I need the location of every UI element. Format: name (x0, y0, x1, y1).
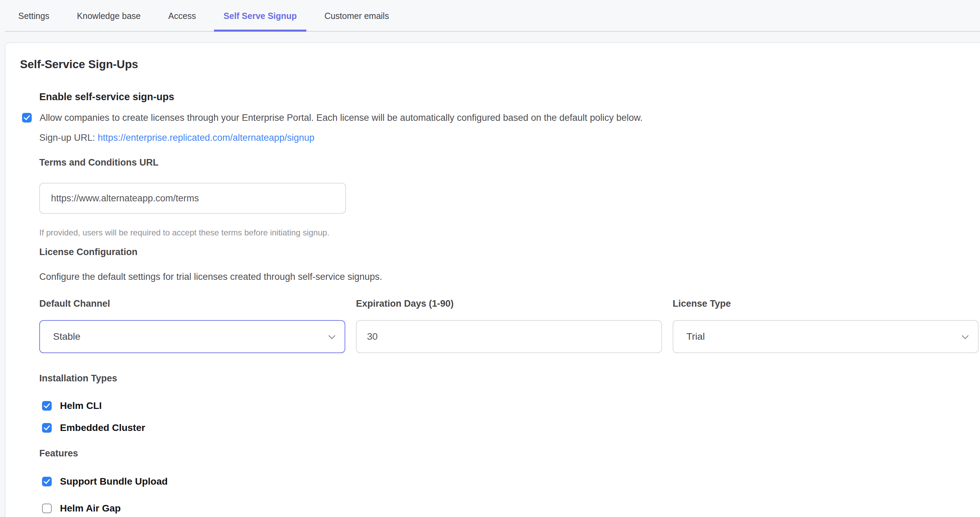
enable-signups-description: Allow companies to create licenses throu… (40, 112, 643, 124)
features-label: Features (39, 447, 978, 459)
terms-url-label: Terms and Conditions URL (39, 157, 978, 168)
chevron-down-icon (962, 332, 969, 339)
feature-row: Helm Air Gap (42, 503, 978, 514)
enable-signups-checkbox[interactable] (22, 113, 32, 122)
signup-url-label: Sign-up URL: (39, 133, 98, 143)
tab-self-serve-signup[interactable]: Self Serve Signup (210, 0, 311, 32)
installation-type-row: Embedded Cluster (42, 422, 978, 434)
terms-url-input[interactable] (39, 183, 346, 214)
chevron-down-icon (328, 332, 335, 339)
helm-cli-label: Helm CLI (60, 400, 102, 411)
license-fields-grid: Default Channel Expiration Days (1-90) L… (39, 298, 978, 353)
default-channel-value: Stable (53, 331, 80, 342)
enable-signups-heading: Enable self-service sign-ups (39, 90, 978, 103)
embedded-cluster-checkbox[interactable] (42, 423, 52, 433)
license-configuration-description: Configure the default settings for trial… (39, 271, 978, 282)
license-type-label: License Type (673, 298, 978, 309)
installation-types-label: Installation Types (39, 373, 978, 384)
support-bundle-upload-checkbox[interactable] (42, 477, 52, 486)
tab-knowledge-base[interactable]: Knowledge base (63, 0, 154, 32)
page-title: Self-Service Sign-Ups (20, 57, 978, 71)
expiration-days-label: Expiration Days (1-90) (356, 298, 662, 309)
embedded-cluster-label: Embedded Cluster (60, 422, 145, 433)
license-configuration-heading: License Configuration (39, 246, 978, 258)
tab-customer-emails[interactable]: Customer emails (310, 0, 403, 32)
installation-type-row: Helm CLI (42, 400, 978, 412)
feature-row: Support Bundle Upload (42, 476, 978, 487)
expiration-days-input[interactable] (356, 320, 662, 353)
helm-air-gap-label: Helm Air Gap (60, 503, 121, 514)
license-type-value: Trial (686, 331, 705, 342)
support-bundle-upload-label: Support Bundle Upload (60, 476, 168, 487)
helm-air-gap-checkbox[interactable] (42, 504, 52, 513)
tab-access[interactable]: Access (154, 0, 210, 32)
signup-url-line: Sign-up URL: https://enterprise.replicat… (39, 132, 978, 144)
helm-cli-checkbox[interactable] (42, 401, 52, 411)
default-channel-label: Default Channel (39, 298, 345, 309)
license-type-select[interactable]: Trial (673, 320, 978, 353)
self-service-signups-card: Self-Service Sign-Ups Enable self-servic… (5, 42, 980, 517)
signup-url-link[interactable]: https://enterprise.replicated.com/altern… (98, 133, 315, 143)
tab-bar: Settings Knowledge base Access Self Serv… (0, 0, 980, 32)
tab-settings[interactable]: Settings (5, 0, 63, 32)
enable-signups-row: Allow companies to create licenses throu… (22, 112, 978, 124)
terms-url-help: If provided, users will be required to a… (39, 228, 978, 238)
default-channel-select[interactable]: Stable (39, 320, 345, 353)
